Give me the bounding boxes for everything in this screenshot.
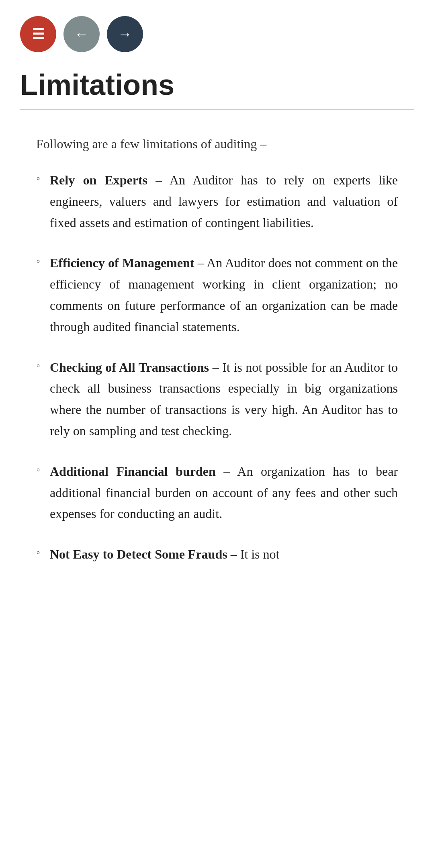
item-title: Rely on Experts <box>50 173 147 187</box>
back-button[interactable]: ← <box>63 16 100 52</box>
item-title: Not Easy to Detect Some Frauds <box>50 547 227 561</box>
item-additional-financial-burden: Additional Financial burden – An organiz… <box>50 461 398 524</box>
list-item: ◦ Checking of All Transactions – It is n… <box>36 357 398 442</box>
bullet-icon: ◦ <box>36 359 40 372</box>
list-item: ◦ Efficiency of Management – An Auditor … <box>36 252 398 337</box>
list-item: ◦ Rely on Experts – An Auditor has to re… <box>36 170 398 233</box>
menu-icon: ☰ <box>32 26 45 43</box>
main-content: Following are a few limitations of audit… <box>0 126 434 600</box>
item-efficiency-of-management: Efficiency of Management – An Auditor do… <box>50 252 398 337</box>
item-not-easy-to-detect-frauds: Not Easy to Detect Some Frauds – It is n… <box>50 544 279 565</box>
item-checking-transactions: Checking of All Transactions – It is not… <box>50 357 398 442</box>
menu-button[interactable]: ☰ <box>20 16 56 52</box>
bullet-icon: ◦ <box>36 463 40 476</box>
list-item: ◦ Not Easy to Detect Some Frauds – It is… <box>36 544 398 565</box>
intro-paragraph: Following are a few limitations of audit… <box>36 134 398 154</box>
back-arrow-icon: ← <box>74 26 89 43</box>
item-title: Efficiency of Management <box>50 256 194 270</box>
top-navigation: ☰ ← → <box>0 0 434 64</box>
title-divider <box>20 109 414 110</box>
bullet-icon: ◦ <box>36 255 40 268</box>
forward-arrow-icon: → <box>118 26 132 43</box>
item-title: Checking of All Transactions <box>50 360 209 375</box>
page-title: Limitations <box>0 64 434 109</box>
list-item: ◦ Additional Financial burden – An organ… <box>36 461 398 524</box>
forward-button[interactable]: → <box>107 16 143 52</box>
item-rely-on-experts: Rely on Experts – An Auditor has to rely… <box>50 170 398 233</box>
item-title: Additional Financial burden <box>50 464 216 479</box>
bullet-icon: ◦ <box>36 546 40 559</box>
item-body: – It is not <box>227 547 280 561</box>
bullet-icon: ◦ <box>36 172 40 185</box>
